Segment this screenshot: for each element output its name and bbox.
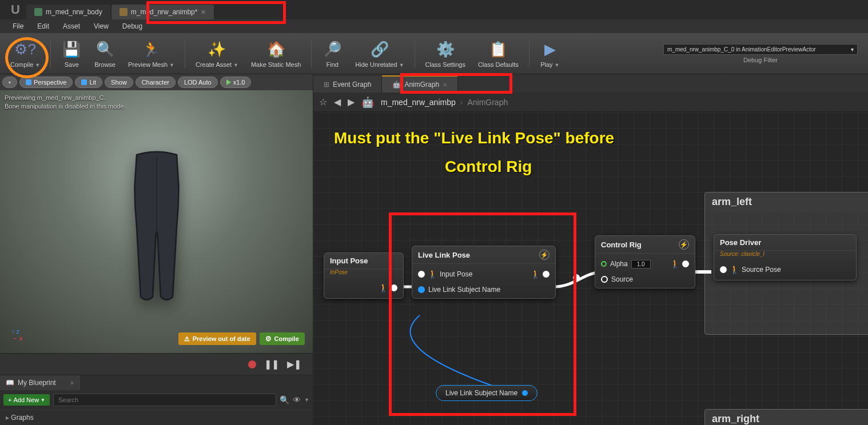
preview-warning[interactable]: ⚠Preview out of date xyxy=(178,332,256,345)
gear-icon: ⚙️ xyxy=(435,39,456,60)
close-icon[interactable]: ✕ xyxy=(201,9,206,16)
show-button[interactable]: Show xyxy=(105,77,133,88)
event-graph-tab[interactable]: ⊞ Event Graph xyxy=(313,77,382,93)
character-button[interactable]: Character xyxy=(136,77,176,88)
compile-shortcut[interactable]: ⚙Compile xyxy=(260,332,305,345)
preview-mesh xyxy=(105,147,208,307)
node-control-rig[interactable]: Control Rig⚡ Alpha1.0🚶 Source xyxy=(595,235,695,288)
create-asset-button[interactable]: ✨ Create Asset▼ xyxy=(190,38,244,69)
input-pin[interactable] xyxy=(418,271,425,278)
crumb-asset[interactable]: m_med_nrw_animbp xyxy=(381,98,456,107)
close-icon[interactable]: ✕ xyxy=(70,380,74,386)
output-pin[interactable] xyxy=(522,390,528,396)
tab-label: m_med_nrw_body xyxy=(46,8,102,16)
crumb-graph[interactable]: AnimGraph xyxy=(467,98,508,107)
output-pin[interactable] xyxy=(682,260,689,267)
compile-icon: ⚙? xyxy=(15,39,35,60)
pose-icon: 🚶 xyxy=(730,264,738,275)
anim-graph-tab[interactable]: 🤖 AnimGraph ✕ xyxy=(382,75,458,93)
pose-icon: 🚶 xyxy=(531,268,539,280)
pose-icon: 🚶 xyxy=(428,268,436,280)
hide-unrelated-button[interactable]: 🔗 Hide Unrelated▼ xyxy=(349,38,409,69)
annotation-line1: Must put the "Live Link Pose" before xyxy=(334,129,614,147)
input-pin[interactable] xyxy=(720,266,727,273)
step-button[interactable]: ▶❚ xyxy=(287,359,301,370)
fastpath-icon: ⚡ xyxy=(539,250,550,260)
node-subtitle: Source: clavicle_l xyxy=(714,251,856,259)
svg-point-0 xyxy=(573,274,580,281)
ue-logo: U xyxy=(5,0,26,19)
preview-mesh-button[interactable]: 🏃 Preview Mesh▼ xyxy=(122,38,180,69)
speed-button[interactable]: x1.0 xyxy=(220,77,252,88)
my-blueprint-panel: 📖 My Blueprint ✕ +Add New▼ 🔍 👁 ▼ Graphs xyxy=(0,375,313,425)
browse-icon: 🔍 xyxy=(95,39,116,60)
robot-icon: 🤖 xyxy=(361,96,374,109)
graph-tab-bar: ⊞ Event Graph 🤖 AnimGraph ✕ xyxy=(313,74,868,93)
anim-graph-canvas[interactable]: Must put the "Live Link Pose" before Con… xyxy=(313,112,868,425)
blueprint-search[interactable] xyxy=(53,394,276,406)
close-icon[interactable]: ✕ xyxy=(443,82,447,88)
menu-view[interactable]: View xyxy=(88,21,114,32)
search-icon: 🔍 xyxy=(280,395,289,404)
node-pose-driver[interactable]: Pose Driver Source: clavicle_l 🚶Source P… xyxy=(714,234,857,280)
node-live-link-pose[interactable]: Live Link Pose⚡ 🚶Input Pose🚶 Live Link S… xyxy=(412,246,556,299)
play-button[interactable]: ▶ Play▼ xyxy=(534,38,566,69)
input-pin[interactable] xyxy=(418,286,425,293)
add-new-button[interactable]: +Add New▼ xyxy=(3,394,50,406)
fastpath-icon: ⚡ xyxy=(679,239,689,250)
tab-animbp[interactable]: m_med_nrw_animbp* ✕ xyxy=(112,5,214,19)
defaults-icon: 📋 xyxy=(488,39,508,60)
chain-icon: 🔗 xyxy=(369,39,390,60)
menu-file[interactable]: File xyxy=(7,21,29,32)
graphs-category[interactable]: Graphs xyxy=(0,410,313,425)
menu-asset[interactable]: Asset xyxy=(57,21,86,32)
main-toolbar: ⚙? Compile▼ 💾 Save 🔍 Browse 🏃 Preview Me… xyxy=(0,33,868,74)
class-defaults-button[interactable]: 📋 Class Defaults xyxy=(472,38,524,69)
output-pin[interactable] xyxy=(391,284,397,291)
axis-gizmo: ↑ z → x xyxy=(11,328,23,342)
lod-button[interactable]: LOD Auto xyxy=(178,77,218,88)
tab-label: m_med_nrw_animbp* xyxy=(131,8,198,16)
alpha-value[interactable]: 1.0 xyxy=(631,260,651,268)
annotation-line2: Control Rig xyxy=(445,158,532,176)
breadcrumb: ☆ ◀ ▶ 🤖 m_med_nrw_animbp › AnimGraph xyxy=(313,93,868,112)
animbp-icon xyxy=(120,8,128,16)
menu-edit[interactable]: Edit xyxy=(31,21,55,32)
find-icon: 🔎 xyxy=(322,39,343,60)
chevron-down-icon: ▾ xyxy=(851,46,854,53)
comment-title: arm_right xyxy=(705,410,868,425)
preview-viewport[interactable]: Previewing m_med_nrw_animbp_C. Bone mani… xyxy=(0,90,313,353)
source-pin[interactable] xyxy=(601,276,608,283)
output-pin[interactable] xyxy=(543,271,550,278)
menu-debug[interactable]: Debug xyxy=(117,21,148,32)
viewport-info: Previewing m_med_nrw_animbp_C. Bone mani… xyxy=(5,94,126,111)
variable-live-link-subject[interactable]: Live Link Subject Name xyxy=(436,385,537,401)
book-icon: 📖 xyxy=(6,379,14,387)
debug-filter-value: m_med_nrw_animbp_C_0 in AnimationEditorP… xyxy=(667,46,816,53)
class-settings-button[interactable]: ⚙️ Class Settings xyxy=(420,38,471,69)
viewport-menu[interactable]: ▾ xyxy=(2,77,17,88)
make-static-mesh-button[interactable]: 🏠 Make Static Mesh xyxy=(245,38,306,69)
perspective-button[interactable]: Perspective xyxy=(19,77,73,88)
back-button[interactable]: ◀ xyxy=(334,97,341,107)
skeleton-icon xyxy=(34,8,42,16)
chevron-down-icon[interactable]: ▼ xyxy=(304,397,309,403)
robot-icon: 🤖 xyxy=(392,81,401,89)
browse-button[interactable]: 🔍 Browse xyxy=(89,38,121,69)
debug-filter-combo[interactable]: m_med_nrw_animbp_C_0 in AnimationEditorP… xyxy=(663,44,858,55)
alpha-pin[interactable] xyxy=(601,261,607,267)
comment-arm-right[interactable]: arm_right xyxy=(704,409,868,425)
lit-button[interactable]: Lit xyxy=(75,77,102,88)
compile-button[interactable]: ⚙? Compile▼ xyxy=(5,38,46,69)
favorite-icon[interactable]: ☆ xyxy=(319,97,327,107)
my-blueprint-tab[interactable]: 📖 My Blueprint ✕ xyxy=(0,375,80,390)
tab-body[interactable]: m_med_nrw_body xyxy=(26,5,110,19)
find-button[interactable]: 🔎 Find xyxy=(316,38,348,69)
pause-button[interactable]: ❚❚ xyxy=(264,359,279,370)
node-input-pose[interactable]: Input Pose InPose 🚶 xyxy=(324,252,404,299)
record-button[interactable] xyxy=(248,360,256,368)
forward-button[interactable]: ▶ xyxy=(348,97,355,107)
save-button[interactable]: 💾 Save xyxy=(55,38,87,69)
graph-icon: ⊞ xyxy=(324,81,329,89)
view-options[interactable]: 👁 xyxy=(293,395,301,404)
